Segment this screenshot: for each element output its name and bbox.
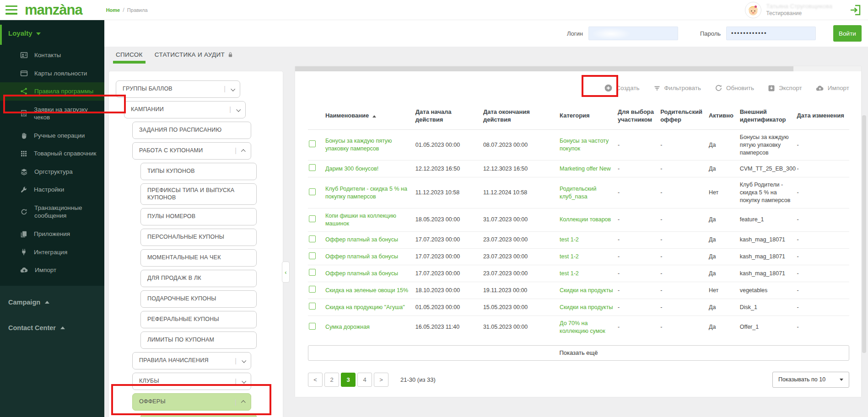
tree-node-11[interactable]: РЕФЕРАЛЬНЫЕ КУПОНЫ [140,311,257,328]
logout-icon[interactable] [850,4,862,16]
row-checkbox[interactable] [309,140,316,147]
category-link[interactable]: Скидки на продукты [560,287,613,294]
chevron-down-icon[interactable]: | [231,357,245,365]
row-checkbox[interactable] [309,269,316,276]
password-input[interactable]: •••••••••••• [726,27,816,40]
tree-node-7[interactable]: ПЕРСОНАЛЬНЫЕ КУПОНЫ [140,229,257,246]
export-button[interactable]: Экспорт [768,84,802,92]
sidebar-item-7[interactable]: Настройки [0,181,104,199]
sidebar-item-2[interactable]: Правила программы [0,82,104,101]
column-header-0[interactable]: Наименование [324,106,415,129]
column-header-7[interactable]: Внешний идентификатор [739,106,796,129]
category-link[interactable]: Marketing offer New [560,166,611,172]
row-checkbox[interactable] [309,215,316,222]
tree-node-0[interactable]: ГРУППЫ БАЛЛОВ| [116,80,240,98]
category-link[interactable]: test 1-2 [560,236,579,243]
category-link[interactable]: Бонусы за частоту покупок [560,138,609,152]
import-button[interactable]: Импорт [816,84,849,92]
filter-button[interactable]: Фильтровать [653,84,701,92]
row-checkbox[interactable] [309,252,316,259]
sidebar-item-5[interactable]: Товарный справочник [0,144,104,163]
chevron-up-icon[interactable]: | [231,147,245,155]
column-header-1[interactable]: Дата начала действия [415,106,482,129]
row-checkbox[interactable] [309,303,316,310]
tree-node-5[interactable]: ПРЕФИКСЫ ТИПА И ВЫПУСКА КУПОНОВ [140,183,257,205]
create-button[interactable]: Создать [604,84,639,92]
offer-name-link[interactable]: Оффер платный за бонусы [325,253,398,260]
tree-node-13[interactable]: ПРАВИЛА НАЧИСЛЕНИЯ| [132,352,251,369]
chevron-up-icon[interactable]: | [231,398,245,406]
sidebar-item-0[interactable]: Контакты [0,46,104,64]
login-button[interactable]: Войти [833,25,862,42]
category-link[interactable]: test 1-2 [560,253,579,260]
page-button-4[interactable]: 4 [357,373,372,387]
tree-node-9[interactable]: ДЛЯ ПРОДАЖ В ЛК [140,270,257,287]
offer-name-link[interactable]: Скидка на зеленые овощи 15% [325,287,408,294]
vertical-scrollbar[interactable] [862,115,866,353]
sidebar-item-6[interactable]: Оргструктура [0,163,104,181]
offer-name-link[interactable]: Дарим 300 бонусов! [325,166,378,172]
row-checkbox[interactable] [309,164,316,171]
tab-list[interactable]: СПИСОК [116,51,143,64]
offer-name-link[interactable]: Оффер платный за бонусы [325,236,398,243]
tree-node-10[interactable]: ПОДАРОЧНЫЕ КУПОНЫ [140,290,257,308]
page-button-3[interactable]: 3 [341,373,356,387]
offer-name-link[interactable]: Клуб Родители - скидка 5 % на покупку па… [325,186,407,200]
column-header-6[interactable]: Активно [708,106,739,129]
column-header-2[interactable]: Дата окончания действия [482,106,559,129]
tree-node-1[interactable]: КАМПАНИИ| [124,101,246,118]
sidebar-item-9[interactable]: Приложения [0,225,104,243]
per-page-select[interactable]: Показывать по 10 [772,372,849,388]
row-checkbox[interactable] [309,188,316,195]
offer-name-link[interactable]: Сумка дорожная [325,324,370,330]
tree-node-15[interactable]: ОФФЕРЫ| [132,393,251,411]
show-more-button[interactable]: Показать ещё [308,345,849,361]
sidebar-item-8[interactable]: Транзакционные сообщения [0,199,104,225]
category-link[interactable]: Коллекции товаров [560,216,611,223]
horizontal-scrollbar[interactable] [295,66,861,71]
tree-node-3[interactable]: РАБОТА С КУПОНАМИ| [132,142,251,160]
sidebar-item-11[interactable]: Импорт [0,261,104,279]
offer-name-link[interactable]: Копи фишки на коллекцию машинок [325,213,396,227]
avatar[interactable] [745,2,761,18]
category-link[interactable]: Скидки на продукты [560,304,613,310]
tree-node-4[interactable]: ТИПЫ КУПОНОВ [140,163,257,180]
page-button-2[interactable]: 2 [324,373,339,387]
refresh-button[interactable]: Обновить [715,84,754,92]
tree-node-16[interactable]: ОФФЕРЫ [140,414,257,417]
collapse-panel-handle[interactable]: ‹ [282,262,290,283]
sidebar-item-4[interactable]: Ручные операции [0,127,104,145]
tab-statistics-audit[interactable]: СТАТИСТИКА И АУДИТ [155,51,233,64]
row-checkbox[interactable] [309,235,316,242]
column-header-4[interactable]: Для выбора участником [617,106,659,129]
login-input[interactable] [588,27,678,40]
chevron-down-icon[interactable]: | [231,378,245,386]
sidebar-section-loyalty[interactable]: Loyalty [0,20,104,46]
sidebar-item-10[interactable]: Интеграция [0,243,104,262]
hamburger-menu-icon[interactable] [5,5,17,15]
offer-name-link[interactable]: Бонусы за каждую пятую упаковку памперсо… [325,138,392,152]
tree-node-14[interactable]: КЛУБЫ| [132,373,251,390]
category-link[interactable]: До 70% на коллекцию сумок [560,320,605,334]
row-checkbox[interactable] [309,286,316,293]
offer-name-link[interactable]: Оффер платный за бонусы [325,270,398,277]
column-header-5[interactable]: Родительский оффер [659,106,708,129]
tree-node-8[interactable]: МОМЕНТАЛЬНЫЕ НА ЧЕК [140,249,257,267]
chevron-down-icon[interactable]: | [226,106,240,114]
column-header-8[interactable]: Дата изменения [796,106,849,129]
sidebar-item-3[interactable]: Заявки на загрузку чеков [0,101,104,127]
offer-name-link[interactable]: Скидка на продукцию "Агуша" [325,304,405,310]
tree-node-6[interactable]: ПУЛЫ НОМЕРОВ [140,208,257,225]
tree-node-2[interactable]: ЗАДАНИЯ ПО РАСПИСАНИЮ [132,122,251,139]
category-link[interactable]: test 1-2 [560,270,579,277]
sidebar-section-campaign[interactable]: Campaign [0,289,104,315]
breadcrumb-home-link[interactable]: Home [106,7,120,13]
page-next-button[interactable]: > [374,373,388,387]
page-prev-button[interactable]: < [308,373,323,387]
sidebar-item-1[interactable]: Карты лояльности [0,64,104,83]
row-checkbox[interactable] [309,323,316,330]
tree-node-12[interactable]: ЛИМИТЫ ПО КУПОНАМ [140,331,257,349]
category-link[interactable]: Родительский клуб_nasa [560,186,596,200]
sidebar-section-contact-center[interactable]: Contact Center [0,315,104,341]
chevron-down-icon[interactable]: | [220,85,234,93]
